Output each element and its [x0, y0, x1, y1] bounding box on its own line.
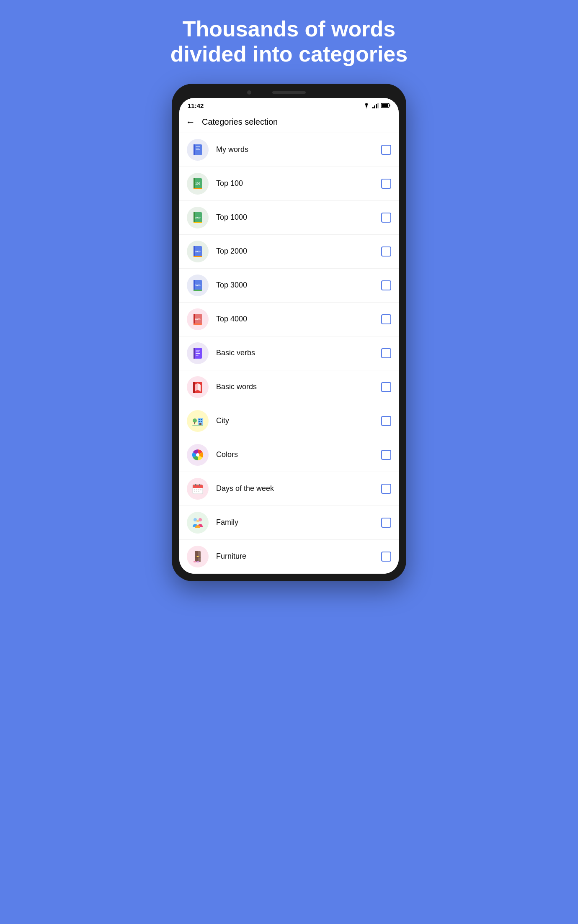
svg-rect-44: [201, 419, 202, 420]
svg-rect-3: [377, 103, 379, 108]
my-words-icon: [187, 139, 209, 161]
svg-rect-60: [194, 491, 195, 492]
top4000-checkbox[interactable]: [381, 314, 391, 324]
svg-rect-10: [196, 148, 199, 149]
basic-verbs-label: Basic verbs: [216, 349, 381, 357]
list-item[interactable]: 2000 Top 2000: [179, 235, 399, 269]
svg-rect-37: [196, 355, 199, 356]
list-item[interactable]: 4000 Top 4000: [179, 303, 399, 336]
list-item[interactable]: 100 Top 100: [179, 167, 399, 201]
svg-point-65: [196, 520, 199, 522]
svg-rect-58: [198, 489, 199, 490]
svg-rect-48: [192, 425, 203, 426]
basic-verbs-book-svg: [191, 346, 205, 360]
headline: Thousands of words divided into categori…: [170, 17, 408, 67]
svg-rect-70: [195, 557, 201, 557]
svg-text:4000: 4000: [195, 318, 201, 321]
svg-rect-19: [194, 222, 202, 223]
list-item[interactable]: Colors: [179, 438, 399, 472]
svg-rect-47: [199, 423, 201, 425]
basic-words-label: Basic words: [216, 382, 381, 391]
svg-point-50: [196, 453, 199, 457]
status-time: 11:42: [188, 102, 204, 109]
phone-screen: 11:42: [179, 98, 399, 574]
header-title: Categories selection: [202, 117, 278, 127]
phone-speaker: [272, 91, 306, 94]
svg-rect-36: [196, 353, 200, 354]
svg-rect-33: [194, 348, 195, 359]
svg-text:2000: 2000: [195, 250, 201, 253]
status-bar: 11:42: [179, 98, 399, 112]
basic-verbs-checkbox[interactable]: [381, 348, 391, 358]
top100-checkbox[interactable]: [381, 179, 391, 189]
svg-rect-6: [382, 104, 388, 107]
days-icon: [187, 478, 209, 500]
list-item[interactable]: City: [179, 404, 399, 438]
svg-rect-2: [376, 104, 377, 108]
colors-checkbox[interactable]: [381, 450, 391, 460]
city-icon: [187, 410, 209, 432]
top3000-label: Top 3000: [216, 281, 381, 290]
family-checkbox[interactable]: [381, 518, 391, 528]
top1000-icon: 1000: [187, 207, 209, 228]
list-item[interactable]: 1000 Top 1000: [179, 201, 399, 235]
svg-rect-15: [194, 188, 202, 189]
basic-words-book-svg: [191, 380, 205, 394]
category-list: My words 100 Top 100: [179, 133, 399, 574]
my-words-checkbox[interactable]: [381, 145, 391, 155]
phone-camera: [247, 90, 251, 95]
svg-rect-23: [194, 256, 202, 257]
top3000-icon: 3000: [187, 275, 209, 296]
city-checkbox[interactable]: [381, 416, 391, 426]
list-item[interactable]: Basic words: [179, 370, 399, 404]
svg-point-40: [193, 418, 197, 423]
furniture-label: Furniture: [216, 552, 381, 561]
colors-label: Colors: [216, 450, 381, 459]
phone-frame: 11:42: [172, 84, 406, 581]
list-item[interactable]: 3000 Top 3000: [179, 269, 399, 303]
my-words-book-svg: [191, 143, 205, 157]
list-item[interactable]: Days of the week: [179, 472, 399, 506]
svg-rect-61: [196, 491, 197, 492]
family-svg: [191, 516, 205, 530]
furniture-icon: [187, 546, 209, 567]
svg-rect-5: [390, 105, 390, 107]
days-checkbox[interactable]: [381, 484, 391, 494]
list-item[interactable]: Furniture: [179, 540, 399, 574]
svg-rect-46: [201, 421, 202, 422]
family-icon: [187, 512, 209, 534]
top1000-label: Top 1000: [216, 213, 381, 222]
svg-rect-1: [374, 105, 375, 108]
list-item[interactable]: Family: [179, 506, 399, 540]
colors-svg: [191, 448, 205, 462]
list-item[interactable]: Basic verbs: [179, 336, 399, 370]
svg-text:100: 100: [195, 182, 200, 185]
top1000-book-svg: 1000: [191, 210, 205, 225]
top4000-icon: 4000: [187, 308, 209, 330]
top100-icon: 100: [187, 173, 209, 195]
list-item[interactable]: My words: [179, 133, 399, 167]
svg-rect-8: [194, 144, 195, 155]
svg-rect-34: [196, 350, 200, 351]
status-icons: [363, 103, 390, 108]
svg-point-63: [194, 518, 197, 521]
phone-top-bar: [179, 91, 399, 94]
basic-verbs-icon: [187, 342, 209, 364]
furniture-checkbox[interactable]: [381, 552, 391, 562]
svg-rect-45: [199, 421, 200, 422]
top4000-label: Top 4000: [216, 315, 381, 323]
my-words-label: My words: [216, 145, 381, 154]
top3000-book-svg: 3000: [191, 278, 205, 293]
svg-text:1000: 1000: [195, 216, 201, 219]
svg-rect-43: [199, 419, 200, 420]
svg-rect-41: [194, 422, 195, 424]
top2000-checkbox[interactable]: [381, 246, 391, 257]
back-button[interactable]: ←: [186, 117, 195, 128]
svg-rect-11: [196, 149, 200, 150]
top4000-book-svg: 4000: [191, 312, 205, 326]
top3000-checkbox[interactable]: [381, 280, 391, 290]
basic-words-checkbox[interactable]: [381, 382, 391, 392]
svg-rect-53: [193, 487, 203, 488]
battery-icon: [381, 103, 390, 108]
top1000-checkbox[interactable]: [381, 213, 391, 223]
